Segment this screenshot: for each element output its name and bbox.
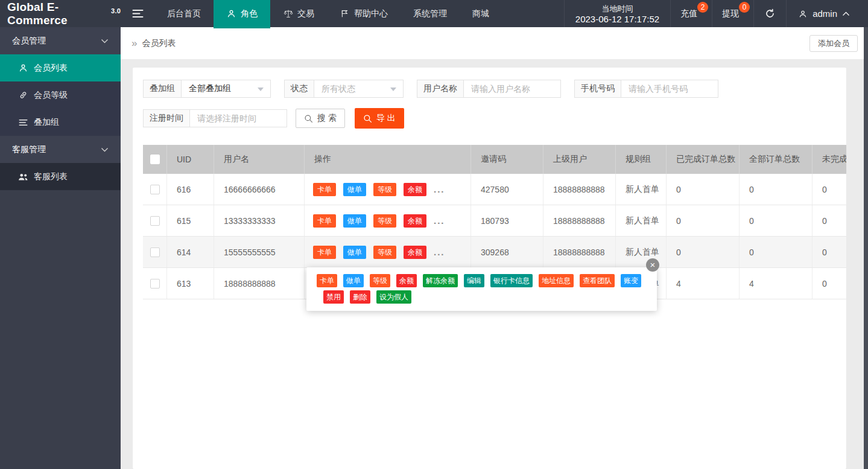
phone-input[interactable] <box>621 80 718 97</box>
row-actions-popup: 卡单 做单 等级 余额 解冻余额 编辑 银行卡信息 地址信息 查看团队 账变 禁… <box>306 267 657 311</box>
username-input[interactable] <box>464 80 561 97</box>
more-actions-button[interactable]: ... <box>434 247 445 257</box>
local-time-label: 当地时间 <box>601 4 633 14</box>
account-changes-button[interactable]: 账变 <box>621 274 641 287</box>
sidebar-item-stack-group[interactable]: 叠加组 <box>0 109 121 136</box>
popup-actions-line-2: 禁用 删除 设为假人 <box>323 290 657 304</box>
cell-uid: 614 <box>167 237 214 267</box>
make-order-button[interactable]: 做单 <box>343 183 366 196</box>
sidebar-group-member-management[interactable]: 会员管理 <box>0 27 121 54</box>
nav-item-system[interactable]: 系统管理 <box>401 0 460 27</box>
level-button[interactable]: 等级 <box>370 274 390 287</box>
hold-order-button[interactable]: 卡单 <box>317 274 337 287</box>
stack-group-filter: 叠加组 <box>143 80 271 98</box>
balance-button[interactable]: 余额 <box>404 183 426 196</box>
search-icon <box>363 114 372 123</box>
link-icon <box>18 90 28 100</box>
local-time: 当地时间 2023-06-12 17:17:52 <box>564 0 670 27</box>
level-button[interactable]: 等级 <box>373 183 396 196</box>
sidebar-item-support-list[interactable]: 客服列表 <box>0 163 121 190</box>
refresh-icon[interactable] <box>753 0 786 27</box>
topbar: Global E-Commerce 3.0 后台首页 角色 <box>0 0 868 27</box>
make-order-button[interactable]: 做单 <box>343 246 366 259</box>
status-select[interactable] <box>314 80 393 97</box>
sidebar-group-label: 客服管理 <box>12 144 46 155</box>
status-filter: 状态 <box>284 80 404 98</box>
withdraw-button[interactable]: 提现 0 <box>712 0 753 27</box>
hold-order-button[interactable]: 卡单 <box>313 183 336 196</box>
nav-item-dashboard[interactable]: 后台首页 <box>154 0 214 27</box>
cell-uid: 613 <box>167 268 214 299</box>
row-checkbox[interactable] <box>150 216 160 226</box>
close-icon[interactable]: × <box>646 258 659 272</box>
nav-item-label: 后台首页 <box>167 8 201 19</box>
admin-menu[interactable]: admin <box>786 0 868 27</box>
user-icon <box>18 63 28 73</box>
cell-rule-group: 新人首单 <box>616 174 667 205</box>
level-button[interactable]: 等级 <box>373 246 396 259</box>
select-all-checkbox[interactable] <box>150 155 160 164</box>
hamburger-icon[interactable] <box>121 0 154 27</box>
balance-button[interactable]: 余额 <box>404 246 426 259</box>
withdraw-label: 提现 <box>722 8 739 19</box>
hold-order-button[interactable]: 卡单 <box>313 214 336 228</box>
unfreeze-balance-button[interactable]: 解冻余额 <box>423 274 458 287</box>
caret-down-icon <box>390 88 396 91</box>
more-actions-button[interactable]: ... <box>434 215 445 226</box>
column-header-parent-user: 上级用户 <box>543 145 616 174</box>
chevron-up-icon <box>842 11 850 16</box>
vertical-scrollbar[interactable] <box>864 27 868 469</box>
phone-filter: 手机号码 <box>574 80 718 98</box>
app-logo-text: Global E-Commerce <box>7 1 109 27</box>
delete-button[interactable]: 删除 <box>350 290 370 304</box>
nav-item-help-center[interactable]: 帮助中心 <box>327 0 401 27</box>
make-order-button[interactable]: 做单 <box>343 274 364 287</box>
cell-parent-user: 18888888888 <box>543 205 616 236</box>
balance-button[interactable]: 余额 <box>396 274 417 287</box>
balance-button[interactable]: 余额 <box>404 214 426 228</box>
add-member-button[interactable]: 添加会员 <box>809 35 858 52</box>
export-button[interactable]: 导 出 <box>355 108 404 129</box>
search-button[interactable]: 搜 索 <box>296 109 345 128</box>
app-logo-version: 3.0 <box>111 7 121 14</box>
sidebar-item-member-list[interactable]: 会员列表 <box>0 54 121 81</box>
nav-item-mall[interactable]: 商城 <box>460 0 502 27</box>
nav-item-trade[interactable]: 交易 <box>270 0 327 27</box>
breadcrumb: 会员列表 <box>142 38 176 49</box>
table-row: 616 16666666666 卡单 做单 等级 余额 ... 427580 1… <box>143 174 846 205</box>
row-checkbox[interactable] <box>150 247 160 257</box>
hold-order-button[interactable]: 卡单 <box>313 246 336 259</box>
reg-time-input[interactable] <box>190 110 287 127</box>
row-checkbox[interactable] <box>150 279 160 289</box>
users-icon <box>18 171 28 182</box>
column-header-uid: UID <box>167 145 214 174</box>
sidebar-item-label: 会员列表 <box>34 63 68 74</box>
sidebar-item-label: 客服列表 <box>34 171 68 182</box>
cell-parent-user: 18888888888 <box>543 237 616 267</box>
status-label: 状态 <box>284 80 314 98</box>
address-info-button[interactable]: 地址信息 <box>539 274 574 287</box>
view-team-button[interactable]: 查看团队 <box>580 274 615 287</box>
row-checkbox[interactable] <box>150 185 160 194</box>
cell-username: 13333333333 <box>214 205 305 236</box>
make-order-button[interactable]: 做单 <box>343 214 366 228</box>
nav-item-roles[interactable]: 角色 <box>214 0 270 27</box>
sidebar-group-support-management[interactable]: 客服管理 <box>0 136 121 163</box>
stack-group-select[interactable] <box>182 80 260 97</box>
more-actions-button[interactable]: ... <box>434 184 445 194</box>
sidebar-group-label: 会员管理 <box>12 36 46 46</box>
sidebar-item-member-level[interactable]: 会员等级 <box>0 81 121 109</box>
table-row: 615 13333333333 卡单 做单 等级 余额 ... 180793 1… <box>143 205 846 237</box>
filter-row-2: 注册时间 搜 索 导 出 <box>143 108 846 129</box>
bank-card-info-button[interactable]: 银行卡信息 <box>490 274 533 287</box>
search-icon <box>304 114 313 123</box>
disable-button[interactable]: 禁用 <box>323 290 344 304</box>
recharge-button[interactable]: 充值 2 <box>670 0 712 27</box>
cell-rule-group: 新人首单 <box>616 205 667 236</box>
edit-button[interactable]: 编辑 <box>464 274 484 287</box>
set-as-fake-button[interactable]: 设为假人 <box>376 290 411 304</box>
cell-username: 15555555555 <box>214 237 305 267</box>
level-button[interactable]: 等级 <box>373 214 396 228</box>
cell-username: 18888888888 <box>214 268 305 299</box>
filter-row-1: 叠加组 状态 用户名称 手机号码 <box>143 80 846 98</box>
